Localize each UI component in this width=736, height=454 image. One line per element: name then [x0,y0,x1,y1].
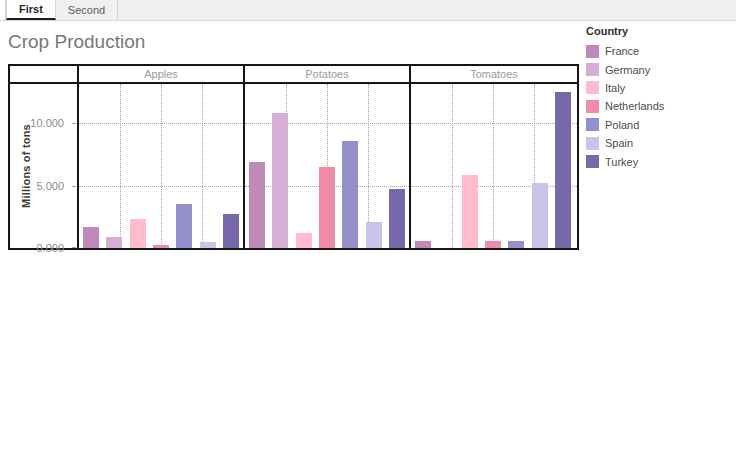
y-tick-label-5: 5.000 [36,180,64,192]
tab-first-label: First [19,3,43,15]
y-tick-mark [72,247,76,248]
legend-item-france[interactable]: France [586,42,664,60]
tab-first[interactable]: First [6,0,56,20]
y-axis-title: Millions of tons [20,124,32,208]
bar-tomatoes-france[interactable] [415,241,431,248]
legend-label: Italy [605,82,625,94]
bar-apples-italy[interactable] [130,219,146,248]
tab-second-label: Second [68,4,105,16]
gridline-vertical [493,84,494,248]
bar-potatoes-netherlands[interactable] [319,167,335,248]
y-tick-mark [72,123,76,124]
legend-swatch-spain [586,137,599,150]
panel-header-apples: Apples [77,66,243,82]
bar-potatoes-italy[interactable] [296,233,312,248]
gridline-horizontal [79,123,243,124]
bar-tomatoes-netherlands[interactable] [485,241,501,249]
crop-production-chart: ApplesPotatoesTomatoes Millions of tons … [8,64,579,250]
gridline-horizontal [245,123,409,124]
legend-label: France [605,45,639,57]
legend-item-turkey[interactable]: Turkey [586,152,664,170]
gridline-vertical [452,84,453,248]
legend-item-italy[interactable]: Italy [586,79,664,97]
legend-item-germany[interactable]: Germany [586,60,664,78]
gridline-vertical [202,84,203,248]
legend-title: Country [586,24,664,38]
bar-potatoes-germany[interactable] [272,113,288,248]
bar-tomatoes-turkey[interactable] [555,92,571,248]
legend-label: Poland [605,119,639,131]
bar-apples-netherlands[interactable] [153,245,169,248]
legend-swatch-poland [586,118,599,131]
legend-item-poland[interactable]: Poland [586,116,664,134]
bar-potatoes-france[interactable] [249,162,265,248]
panel-header-potatoes: Potatoes [243,66,409,82]
bar-potatoes-poland[interactable] [342,141,358,249]
y-tick-mark [72,186,76,187]
legend-label: Turkey [605,156,638,168]
bar-apples-turkey[interactable] [223,214,239,248]
bar-apples-poland[interactable] [176,204,192,248]
bar-apples-spain[interactable] [200,242,216,248]
sheet-tab-bar: First Second [0,0,736,21]
y-tick-label-10: 10.000 [30,117,64,129]
axis-corner-cell [10,66,77,82]
bar-apples-france[interactable] [83,227,99,248]
legend-swatch-turkey [586,155,599,168]
bar-tomatoes-poland[interactable] [508,241,524,249]
panel-header-tomatoes: Tomatoes [409,66,577,82]
legend-swatch-france [586,45,599,58]
panel-header-row: ApplesPotatoesTomatoes [10,66,577,84]
legend-swatch-italy [586,81,599,94]
gridline-vertical [161,84,162,248]
legend: Country FranceGermanyItalyNetherlandsPol… [586,24,664,171]
y-tick-label-0: 0.000 [36,242,64,254]
legend-label: Germany [605,64,650,76]
bar-potatoes-turkey[interactable] [389,189,405,248]
chart-body: Millions of tons 0.0005.00010.000 [10,84,577,248]
panel-tomatoes [409,84,577,248]
legend-items: FranceGermanyItalyNetherlandsPolandSpain… [586,42,664,171]
legend-label: Netherlands [605,100,664,112]
gridline-horizontal [411,186,577,187]
panel-apples [77,84,243,248]
bar-tomatoes-spain[interactable] [532,183,548,248]
legend-item-spain[interactable]: Spain [586,134,664,152]
y-axis: Millions of tons 0.0005.00010.000 [10,84,77,248]
page-title: Crop Production [8,31,145,53]
legend-item-netherlands[interactable]: Netherlands [586,97,664,115]
bar-apples-germany[interactable] [106,237,122,248]
legend-label: Spain [605,137,633,149]
panel-potatoes [243,84,409,248]
gridline-horizontal [411,123,577,124]
gridline-vertical [120,84,121,248]
tab-second[interactable]: Second [56,0,118,20]
legend-swatch-netherlands [586,100,599,113]
bar-potatoes-spain[interactable] [366,222,382,248]
legend-swatch-germany [586,63,599,76]
bar-tomatoes-italy[interactable] [462,175,478,248]
gridline-horizontal [79,186,243,187]
